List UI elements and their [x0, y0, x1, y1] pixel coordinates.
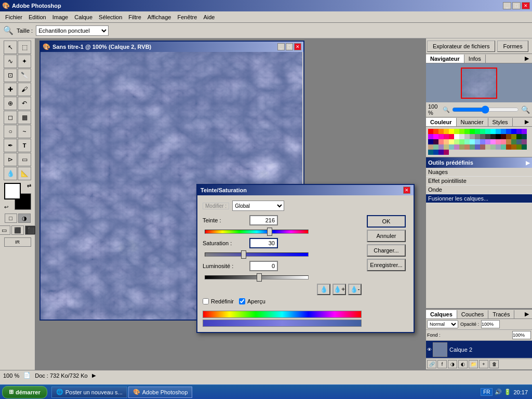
color-swatch-item[interactable]: [501, 134, 506, 139]
nuancier-tab[interactable]: Nuancier: [457, 118, 488, 126]
color-swatch-item[interactable]: [485, 144, 490, 150]
layer-style-btn[interactable]: f: [437, 360, 447, 368]
explorer-button[interactable]: Explorateur de fichiers: [427, 41, 495, 52]
slice-tool[interactable]: 🔪: [18, 69, 31, 82]
color-swatch-item[interactable]: [428, 150, 433, 155]
color-panel-arrow[interactable]: ▶: [522, 117, 532, 126]
redefine-checkbox[interactable]: [203, 298, 209, 304]
cancel-button[interactable]: Annuler: [367, 230, 406, 242]
preset-pointilliste[interactable]: Effet pointilliste: [426, 177, 532, 185]
color-swatch-item[interactable]: [454, 134, 459, 139]
adjustment-btn[interactable]: ◐: [458, 360, 468, 368]
new-layer-btn[interactable]: +: [479, 360, 488, 368]
color-swatch-item[interactable]: [480, 139, 485, 144]
color-swatch-item[interactable]: [496, 139, 501, 144]
color-swatch-item[interactable]: [464, 134, 470, 139]
maximize-button[interactable]: □: [512, 2, 521, 9]
color-swatch-item[interactable]: [490, 134, 496, 139]
color-swatch-item[interactable]: [511, 144, 516, 150]
menu-selection[interactable]: Sélection: [96, 13, 125, 21]
color-swatch-item[interactable]: [506, 134, 511, 139]
lum-track[interactable]: [205, 275, 309, 280]
color-swatch-item[interactable]: [506, 139, 511, 144]
layer-visibility[interactable]: 👁: [427, 347, 432, 352]
color-swatch-item[interactable]: [428, 129, 433, 134]
eyedropper-add[interactable]: 💧+: [332, 284, 346, 295]
hue-thumb[interactable]: [267, 228, 272, 236]
color-swatch-item[interactable]: [433, 150, 438, 155]
color-swatch-item[interactable]: [454, 129, 459, 134]
menu-fichier[interactable]: Fichier: [2, 13, 25, 21]
presets-arrow[interactable]: ▶: [526, 159, 530, 166]
color-swatch-item[interactable]: [506, 144, 511, 150]
color-swatch-item[interactable]: [506, 129, 511, 134]
color-swatch-item[interactable]: [470, 129, 475, 134]
color-swatch-item[interactable]: [438, 139, 444, 144]
sat-track[interactable]: [205, 252, 309, 257]
color-swatch-item[interactable]: [449, 129, 454, 134]
zoom-out-icon[interactable]: 🔍: [443, 107, 450, 113]
standard-mode[interactable]: □: [5, 214, 17, 223]
color-swatch-item[interactable]: [464, 129, 470, 134]
shape-tool[interactable]: ▭: [18, 153, 31, 166]
color-swatch-item[interactable]: [438, 144, 444, 150]
preset-onde[interactable]: Onde: [426, 185, 532, 194]
formes-button[interactable]: Formes: [497, 41, 528, 52]
color-swatch-item[interactable]: [449, 134, 454, 139]
color-swatch-item[interactable]: [459, 129, 464, 134]
doc-minimize[interactable]: _: [277, 43, 285, 50]
lasso-tool[interactable]: ∿: [4, 55, 17, 68]
modifier-select[interactable]: Global Rouges Jaunes: [232, 201, 284, 211]
taskbar-item-browser[interactable]: 🌐 Poster un nouveau s...: [51, 387, 127, 398]
layers-tab[interactable]: Calques: [426, 310, 457, 318]
foreground-color[interactable]: [4, 183, 21, 200]
color-swatch-item[interactable]: [444, 144, 449, 150]
layers-panel-arrow[interactable]: ▶: [522, 310, 532, 318]
color-swatch-item[interactable]: [490, 144, 496, 150]
taskbar-item-photoshop[interactable]: 🎨 Adobe Photoshop: [128, 387, 192, 398]
color-swatch-item[interactable]: [438, 150, 444, 155]
status-arrow[interactable]: ▶: [92, 373, 96, 378]
color-swatch-item[interactable]: [522, 134, 527, 139]
color-swatch-item[interactable]: [470, 144, 475, 150]
color-swatch-item[interactable]: [522, 129, 527, 134]
color-swatch-item[interactable]: [480, 129, 485, 134]
color-swatch-item[interactable]: [428, 134, 433, 139]
color-swatch-item[interactable]: [464, 144, 470, 150]
path-tool[interactable]: ⊳: [4, 153, 17, 166]
color-swatch-item[interactable]: [433, 139, 438, 144]
sat-thumb[interactable]: [241, 250, 246, 259]
eyedropper-set[interactable]: 💧: [317, 284, 330, 295]
dodge-tool[interactable]: ○: [4, 125, 17, 138]
color-swatch-item[interactable]: [496, 144, 501, 150]
color-swatch-item[interactable]: [522, 139, 527, 144]
hue-track[interactable]: [205, 230, 309, 234]
color-swatch-item[interactable]: [444, 129, 449, 134]
marquee-tool[interactable]: ⬚: [18, 41, 31, 54]
channels-tab[interactable]: Couches: [457, 310, 488, 318]
color-swatch-item[interactable]: [501, 129, 506, 134]
color-swatch-item[interactable]: [475, 139, 480, 144]
color-swatch-item[interactable]: [475, 134, 480, 139]
save-button[interactable]: Enregistrer...: [367, 259, 406, 271]
color-swatch-item[interactable]: [464, 139, 470, 144]
color-swatch-item[interactable]: [459, 134, 464, 139]
gradient-tool[interactable]: ▦: [18, 111, 31, 124]
sample-size-select[interactable]: Echantillon ponctuel Moyenne 3x3 Moyenne…: [36, 25, 109, 36]
color-swatch-item[interactable]: [449, 144, 454, 150]
delete-layer-btn[interactable]: 🗑: [489, 360, 499, 368]
info-tab[interactable]: Infos: [464, 55, 486, 63]
brush-tool[interactable]: 🖌: [18, 83, 31, 96]
zoom-in-icon[interactable]: 🔍: [521, 105, 530, 114]
eyedropper-tool[interactable]: 💧: [4, 167, 17, 180]
color-swatch-item[interactable]: [444, 150, 449, 155]
color-swatch-item[interactable]: [485, 134, 490, 139]
menu-calque[interactable]: Calque: [71, 13, 96, 21]
color-tab[interactable]: Couleur: [426, 118, 457, 126]
color-swatch-item[interactable]: [454, 139, 459, 144]
nav-tab[interactable]: Navigateur: [426, 55, 464, 63]
mask-btn[interactable]: ◑: [448, 360, 457, 368]
color-swatch-item[interactable]: [496, 134, 501, 139]
color-swatch-item[interactable]: [516, 139, 522, 144]
wand-tool[interactable]: ✦: [18, 55, 31, 68]
